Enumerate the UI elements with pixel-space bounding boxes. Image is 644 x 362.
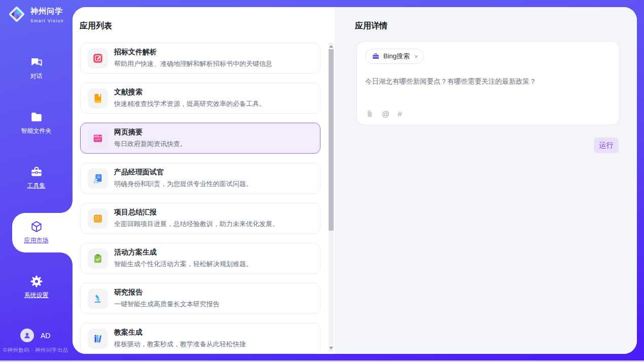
sidebar-item-smart-folder[interactable]: 智能文件夹	[0, 103, 73, 144]
app-card-title: 产品经理面试官	[114, 168, 253, 177]
app-card-desc: 智能生成个性化活动方案，轻松解决规划难题。	[114, 260, 253, 269]
note-icon	[88, 208, 108, 229]
pen-square-icon	[88, 48, 108, 68]
hash-icon[interactable]: #	[398, 110, 402, 118]
tool-chip-label: Bing搜索	[383, 52, 410, 61]
app-card-desc: 快速精准查找学术资源，提高研究效率的必备工具。	[114, 99, 266, 108]
chip-close-icon[interactable]: ×	[414, 53, 418, 60]
app-tagline: Smart Vision	[30, 18, 64, 23]
app-card-title: 招标文件解析	[114, 48, 272, 57]
sidebar-item-label: 应用市场	[0, 236, 73, 245]
app-card-research-report[interactable]: 研究报告 一键智能生成高质量长文本研究报告	[80, 283, 320, 314]
tool-chip-bing-search[interactable]: Bing搜索 ×	[365, 49, 424, 64]
app-card-bid-parsing[interactable]: 招标文件解析 帮助用户快速、准确地理解和解析招标书中的关键信息	[80, 43, 320, 74]
book-icon	[88, 88, 108, 108]
app-card-desc: 每日政府新闻资讯快查。	[114, 139, 187, 149]
app-card-title: 文献搜索	[114, 88, 266, 97]
app-card-desc: 一键智能生成高质量长文本研究报告	[114, 300, 220, 309]
user-avatar-icon	[20, 329, 34, 342]
sidebar: 神州问学 Smart Vision 对话 智能文件夹	[0, 0, 73, 360]
list-scrollbar[interactable]	[329, 43, 334, 352]
scroll-down-icon[interactable]	[329, 347, 333, 349]
user-account[interactable]: AD	[20, 329, 50, 342]
briefcase-icon	[372, 52, 380, 60]
gear-icon	[30, 275, 43, 288]
app-card-project-summary[interactable]: 项目总结汇报 全面回顾项目进展，总结经验教训，助力未来优化发展。	[80, 203, 320, 234]
books-icon	[88, 329, 108, 349]
app-card-title: 项目总结汇报	[114, 208, 279, 217]
sidebar-item-chat[interactable]: 对话	[0, 49, 73, 89]
toolbox-icon	[30, 165, 43, 178]
chat-icon	[30, 56, 43, 69]
interviewer-icon	[88, 168, 108, 189]
copyright-footer: ©神州数码 · 神州问学出品	[3, 347, 68, 354]
run-button[interactable]: 运行	[594, 137, 619, 153]
microscope-icon	[88, 288, 108, 309]
app-list-panel: 应用列表 招标文件解析 帮助用户快速、准确地理解和解析招标书中的关键信息	[73, 7, 335, 354]
input-toolbar: @ #	[366, 110, 402, 118]
app-list-title: 应用列表	[80, 21, 112, 31]
sidebar-item-label: 系统设置	[0, 291, 73, 300]
cube-icon	[30, 220, 43, 233]
app-card-desc: 帮助用户快速、准确地理解和解析招标书中的关键信息	[114, 59, 272, 68]
svg-text:</>: </>	[95, 137, 101, 141]
app-logo[interactable]: 神州问学 Smart Vision	[7, 5, 64, 26]
clipboard-check-icon	[88, 248, 108, 269]
main-content: 应用列表 招标文件解析 帮助用户快速、准确地理解和解析招标书中的关键信息	[73, 7, 637, 354]
app-card-web-summary[interactable]: </> 网页摘要 每日政府新闻资讯快查。	[80, 123, 320, 154]
sidebar-item-settings[interactable]: 系统设置	[0, 268, 73, 308]
logo-diamond-icon	[7, 5, 26, 26]
at-icon[interactable]: @	[382, 110, 389, 118]
app-card-lesson-plan[interactable]: 教案生成 模板驱动，教案秒成，教学准备从此轻松快捷	[80, 323, 320, 354]
prompt-input[interactable]: Bing搜索 × 今日湖北有哪些新闻要点？有哪些需要关注的最新政策？ @ #	[356, 41, 620, 125]
folder-icon	[30, 111, 43, 124]
sidebar-item-app-market[interactable]: 应用市场	[0, 213, 73, 254]
app-detail-panel: 应用详情 Bing搜索 × 今日湖北有哪些新闻要点？有哪些需要关注的最新政策？	[335, 7, 637, 354]
app-detail-title: 应用详情	[355, 21, 387, 31]
app-card-desc: 模板驱动，教案秒成，教学准备从此轻松快捷	[114, 340, 246, 349]
app-name: 神州问学	[30, 7, 64, 15]
sidebar-item-label: 对话	[0, 72, 73, 81]
sidebar-item-label: 智能文件夹	[0, 127, 73, 135]
scrollbar-thumb[interactable]	[329, 49, 334, 231]
app-card-title: 网页摘要	[114, 128, 187, 137]
app-card-pm-interviewer[interactable]: 产品经理面试官 明确身份和职责，为您提供专业性的面试问题。	[80, 163, 320, 194]
app-card-event-plan[interactable]: 活动方案生成 智能生成个性化活动方案，轻松解决规划难题。	[80, 243, 320, 274]
sidebar-item-toolset[interactable]: 工具集	[0, 158, 73, 199]
app-card-title: 教案生成	[114, 328, 246, 337]
paperclip-icon[interactable]	[366, 110, 374, 118]
app-card-list: 招标文件解析 帮助用户快速、准确地理解和解析招标书中的关键信息 文献搜索 快速精…	[80, 43, 320, 354]
browser-code-icon: </>	[88, 128, 108, 149]
app-card-desc: 全面回顾项目进展，总结经验教训，助力未来优化发展。	[114, 220, 279, 229]
sidebar-item-label: 工具集	[0, 182, 73, 190]
app-card-title: 活动方案生成	[114, 248, 253, 257]
app-card-desc: 明确身份和职责，为您提供专业性的面试问题。	[114, 179, 253, 189]
app-card-title: 研究报告	[114, 288, 220, 297]
scroll-up-icon[interactable]	[329, 45, 333, 48]
query-text[interactable]: 今日湖北有哪些新闻要点？有哪些需要关注的最新政策？	[365, 77, 611, 86]
app-card-literature-search[interactable]: 文献搜索 快速精准查找学术资源，提高研究效率的必备工具。	[80, 83, 320, 114]
user-name: AD	[41, 332, 50, 340]
